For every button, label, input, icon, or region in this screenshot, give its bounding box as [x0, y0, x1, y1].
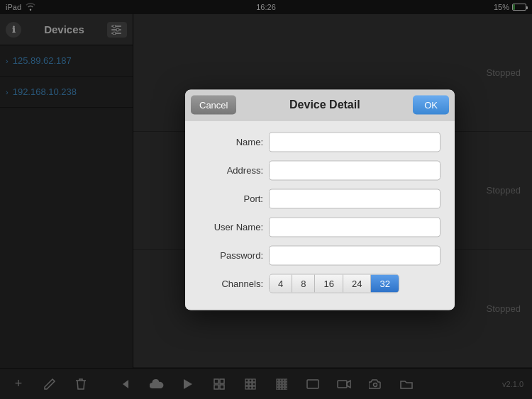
channel-16-button[interactable]: 16	[315, 274, 343, 292]
dialog-body: Name: Address: Port: User Name: Password…	[185, 120, 455, 310]
address-label: Address:	[199, 165, 263, 176]
cancel-button[interactable]: Cancel	[191, 95, 236, 114]
name-label: Name:	[199, 137, 263, 147]
ok-button[interactable]: OK	[413, 95, 449, 114]
password-row: Password:	[199, 245, 440, 265]
username-label: User Name:	[199, 222, 263, 232]
username-row: User Name:	[199, 217, 440, 237]
port-label: Port:	[199, 193, 263, 204]
password-label: Password:	[199, 250, 263, 261]
dialog-title: Device Detail	[289, 99, 360, 111]
channel-4-button[interactable]: 4	[270, 274, 292, 292]
channel-8-button[interactable]: 8	[292, 274, 315, 292]
channels-row: Channels: 4 8 16 24 32	[199, 274, 440, 293]
port-row: Port:	[199, 189, 440, 208]
channel-24-button[interactable]: 24	[343, 274, 371, 292]
name-row: Name:	[199, 132, 440, 152]
device-detail-dialog: Cancel Device Detail OK Name: Address: P…	[185, 89, 455, 310]
channels-label: Channels:	[199, 278, 263, 288]
port-input[interactable]	[269, 189, 440, 208]
name-input[interactable]	[269, 132, 440, 152]
channel-32-button[interactable]: 32	[371, 274, 398, 292]
username-input[interactable]	[269, 217, 440, 237]
password-input[interactable]	[269, 245, 440, 265]
address-input[interactable]	[269, 160, 440, 180]
address-row: Address:	[199, 160, 440, 180]
dialog-header: Cancel Device Detail OK	[185, 89, 455, 120]
channels-group: 4 8 16 24 32	[269, 274, 399, 293]
